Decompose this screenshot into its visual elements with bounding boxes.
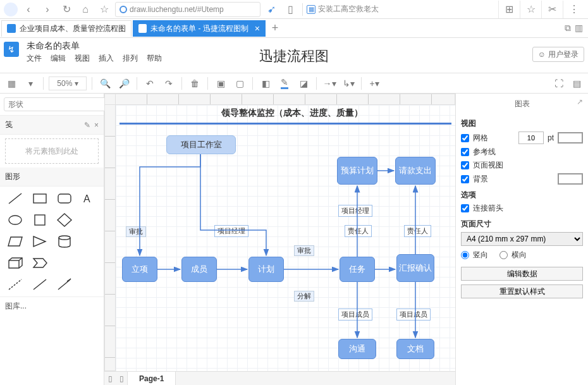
shape-blank4[interactable] [78, 254, 100, 272]
edit-icon[interactable]: ✎ [84, 121, 90, 130]
shape-search-input[interactable] [4, 97, 107, 111]
node-wendang[interactable]: 文档 [396, 339, 434, 359]
send-back-icon[interactable]: ▢ [232, 76, 247, 91]
shape-triangle[interactable] [28, 232, 51, 251]
arrows-checkbox[interactable] [461, 204, 469, 212]
grid-menu-icon[interactable]: ⊞ [498, 1, 520, 18]
panel-toggle-icon[interactable]: ▤ [569, 76, 584, 91]
connector-straight-icon[interactable]: →▾ [322, 76, 337, 91]
connector-elbow-icon[interactable]: ↳▾ [341, 76, 356, 91]
shape-blank[interactable] [78, 211, 100, 229]
shadow-icon[interactable]: ◪ [296, 76, 311, 91]
shape-text[interactable]: A [78, 189, 100, 208]
shape-blank5[interactable] [78, 275, 100, 294]
ruler-vertical[interactable] [104, 105, 116, 371]
undo-icon[interactable]: ↶ [142, 76, 157, 91]
menu-file[interactable]: 文件 [27, 53, 42, 64]
close-icon[interactable]: × [94, 121, 99, 130]
node-workshop[interactable]: 项目工作室 [166, 135, 236, 154]
menu-insert[interactable]: 插入 [99, 53, 114, 64]
browser-tab-1[interactable]: 未命名的表单 - 迅捷流程图制 × [133, 20, 266, 37]
fill-color-icon[interactable]: ◧ [258, 76, 273, 91]
shape-cube[interactable] [4, 254, 26, 272]
new-tab-button[interactable]: + [267, 20, 283, 37]
bookmark-icon[interactable]: ▯ [282, 1, 298, 18]
restore-icon[interactable]: ⧉ [565, 23, 571, 34]
document-title[interactable]: 未命名的表单 [23, 38, 162, 53]
label-zeren2[interactable]: 责任人 [404, 225, 431, 237]
edit-data-button[interactable]: 编辑数据 [461, 267, 583, 281]
side-link[interactable]: 安装工高空救老太 [318, 4, 379, 15]
url-bar[interactable]: draw.liuchengtu.net/#Utemp [115, 2, 260, 17]
clipboard-drop-zone[interactable]: 将元素拖到此处 [5, 138, 99, 164]
pagesize-select[interactable]: A4 (210 mm x 297 mm) [461, 232, 583, 246]
home-icon[interactable]: ⌂ [77, 1, 94, 18]
shapes-section-header[interactable]: 图形 [0, 168, 104, 186]
background-checkbox[interactable] [461, 175, 469, 183]
fullscreen-icon[interactable]: ⛶ [551, 76, 567, 91]
ruler-horizontal[interactable] [116, 94, 455, 105]
label-fenjie[interactable]: 分解 [294, 291, 314, 302]
menu-help[interactable]: 帮助 [147, 53, 162, 64]
node-renwu[interactable]: 任务 [340, 257, 375, 282]
nav-forward-icon[interactable]: › [39, 1, 56, 18]
side-favicon[interactable]: ▦ [307, 5, 315, 14]
shape-parallelogram[interactable] [4, 232, 26, 251]
grid-toggle-icon[interactable]: ▦ [4, 76, 19, 91]
clipboard-section-header[interactable]: 笺 ✎ × [0, 116, 104, 135]
login-button[interactable]: ☺ 用户登录 [532, 47, 584, 62]
reset-style-button[interactable]: 重置默认样式 [461, 284, 583, 298]
scissors-icon[interactable]: ✂ [541, 1, 563, 18]
zoom-select[interactable]: 50% ▾ [49, 76, 87, 90]
send-front-icon[interactable]: ▣ [213, 76, 228, 91]
shape-cylinder[interactable] [53, 232, 75, 251]
shape-solid-line[interactable] [28, 275, 51, 294]
shape-ellipse[interactable] [4, 211, 26, 229]
nav-back-icon[interactable]: ‹ [20, 1, 37, 18]
label-chengyuan2[interactable]: 项目成员 [396, 309, 431, 321]
menu-view[interactable]: 视图 [75, 53, 90, 64]
canvas[interactable]: 领导整体监控（成本、进度、质量） 项目工作室 预算计划 请款支出 立项 成员 计… [116, 105, 455, 371]
kebab-menu-icon[interactable]: ⋮ [563, 1, 584, 18]
node-chengyuan[interactable]: 成员 [181, 257, 217, 282]
diagram-title[interactable]: 领导整体监控（成本、进度、质量） [135, 107, 449, 119]
grid-checkbox[interactable] [461, 134, 469, 142]
label-pm2[interactable]: 项目经理 [338, 205, 372, 217]
zoom-in-icon[interactable]: 🔍 [97, 76, 113, 91]
shape-dashed[interactable] [4, 275, 26, 294]
grid-color-swatch[interactable] [558, 132, 583, 144]
node-qingkuan[interactable]: 请款支出 [395, 157, 436, 185]
shape-step[interactable] [28, 254, 51, 272]
background-color-swatch[interactable] [558, 173, 583, 185]
zoom-out-icon[interactable]: 🔎 [116, 76, 132, 91]
shape-blank2[interactable] [78, 232, 100, 251]
node-huibao[interactable]: 汇报确认 [396, 254, 434, 282]
tab-close-icon[interactable]: × [255, 23, 260, 34]
label-chengyuan1[interactable]: 项目成员 [338, 309, 372, 321]
pin-icon[interactable]: ▥ [575, 23, 583, 34]
favorite-icon[interactable]: ☆ [96, 1, 113, 18]
menu-arrange[interactable]: 排列 [123, 53, 138, 64]
orient-landscape-radio[interactable] [499, 251, 508, 259]
orient-portrait-radio[interactable] [461, 251, 469, 259]
grid-dropdown-icon[interactable]: ▾ [23, 76, 38, 91]
node-goutong[interactable]: 沟通 [338, 339, 376, 359]
redo-icon[interactable]: ↷ [161, 76, 176, 91]
grid-size-input[interactable] [518, 131, 544, 144]
menu-edit[interactable]: 编辑 [51, 53, 66, 64]
rocket-icon[interactable]: ➹ [263, 1, 279, 18]
guides-checkbox[interactable] [461, 148, 469, 156]
shape-roundrect[interactable] [53, 189, 75, 208]
shape-line[interactable] [4, 189, 26, 208]
node-yusuan[interactable]: 预算计划 [337, 157, 377, 185]
shape-arrow-line[interactable] [53, 275, 75, 294]
shape-rect[interactable] [28, 189, 51, 208]
page-prev-icon[interactable]: ▯ [104, 374, 116, 383]
shape-blank3[interactable] [53, 254, 75, 272]
panel-menu-icon[interactable]: ↗ [577, 97, 583, 106]
pageview-checkbox[interactable] [461, 161, 469, 169]
shape-square[interactable] [28, 211, 51, 229]
add-icon[interactable]: +▾ [367, 76, 382, 91]
node-lixiang[interactable]: 立项 [122, 257, 157, 282]
shape-diamond[interactable] [53, 211, 75, 229]
